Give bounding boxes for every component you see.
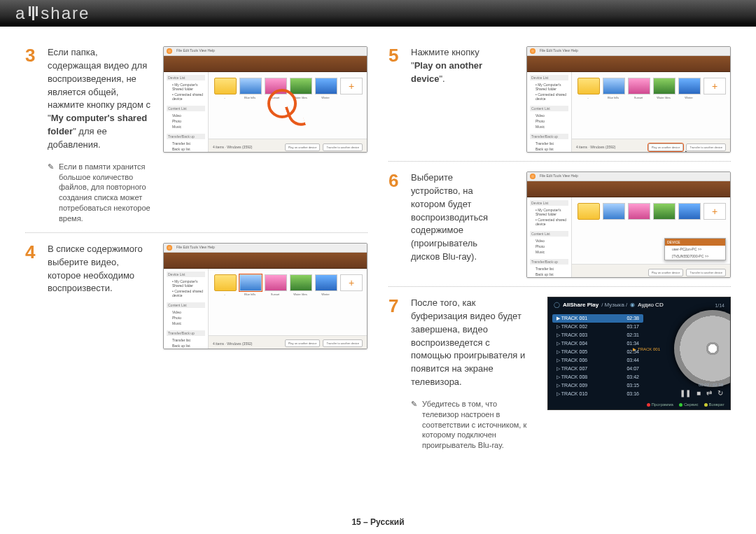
step-number-5: 5 [388, 46, 411, 86]
step-3-text: Если папка, содержащая видео для воспрои… [48, 46, 151, 152]
shuffle-icon[interactable]: ⇄ [706, 389, 712, 397]
app-toolbar [164, 56, 367, 72]
tv-track-row[interactable]: ▷ TRACK 00603:44 [552, 356, 643, 365]
step-number-6: 6 [388, 171, 411, 264]
play-on-another-device-button[interactable]: Play on another device [285, 143, 321, 151]
step-7-text: После того, как буферизация видео будет … [411, 297, 528, 389]
app-sidebar: Device List• My Computer's Shared folder… [164, 72, 209, 153]
logo-bars-icon [28, 6, 38, 20]
step-number-4: 4 [25, 243, 48, 295]
note-icon: ✎ [48, 162, 59, 224]
tv-track-row[interactable]: ▷ TRACK 01003:16 [552, 390, 643, 398]
tv-track-row[interactable]: ▶ TRACK 00102:38 [552, 314, 643, 323]
app-main: .. Blue hills Sunset Water lilies Winter… [209, 72, 367, 153]
content-body: 3 Если папка, содержащая видео для воспр… [0, 27, 756, 463]
screenshot-4: File Edit Tools View Help Device List• M… [163, 243, 368, 349]
tv-track-row[interactable]: ▷ TRACK 00401:34 [552, 339, 643, 348]
step-6: 6 Выберите устройство, на котором будет … [388, 171, 731, 278]
step-6-text: Выберите устройство, на котором будет во… [411, 171, 500, 264]
callout-ring-icon [267, 89, 297, 118]
note-icon: ✎ [411, 399, 422, 451]
tv-track-row[interactable]: ▷ TRACK 00803:42 [552, 373, 643, 381]
right-column: 5 Нажмите кнопку "Play on another device… [388, 46, 731, 456]
logo-text-share: share [41, 3, 90, 23]
step-4: 4 В списке содержимого выберите видео, к… [25, 243, 368, 349]
tv-now-playing: ▶ TRACK 001 [633, 346, 660, 351]
app-menubar: File Edit Tools View Help [164, 47, 367, 56]
step-7: 7 После того, как буферизация видео буде… [388, 297, 731, 451]
tv-track-row[interactable]: ▷ TRACK 00203:17 [552, 323, 643, 331]
screenshot-5: File Edit Tools View Help Device List• M… [526, 46, 731, 153]
tv-track-row[interactable]: ▷ TRACK 00704:07 [552, 365, 643, 373]
screenshot-3: File Edit Tools View Help Device List• M… [163, 46, 368, 153]
device-option-1[interactable]: user-PC2on-PC >> [665, 246, 725, 253]
step-5-text: Нажмите кнопку "Play on another device". [411, 46, 493, 86]
pause-icon[interactable]: ❚❚ [680, 389, 691, 397]
step-4-text: В списке содержимого выберите видео, кот… [48, 243, 151, 295]
play-on-another-device-button-hl[interactable]: Play on another device [648, 143, 684, 151]
transfer-button[interactable]: Transfer to another device [323, 143, 363, 151]
step-3-note: ✎ Если в памяти хранится большое количес… [48, 162, 151, 224]
screenshot-6: File Edit Tools View Help Device List• M… [526, 171, 731, 278]
manual-page: a share 3 Если папка, содержащая видео д… [0, 0, 756, 534]
device-option-2[interactable]: [TV]UN55D7000-PC >> [665, 253, 725, 260]
tv-track-row[interactable]: ▷ TRACK 00502:54 [552, 348, 643, 356]
allshare-logo: a share [15, 3, 90, 23]
tv-track-row[interactable]: ▷ TRACK 00302:31 [552, 331, 643, 339]
divider [25, 232, 368, 233]
cd-disc-icon [674, 310, 731, 387]
step-3: 3 Если папка, содержащая видео для воспр… [25, 46, 368, 224]
logo-text-a: a [15, 3, 26, 23]
page-number: 15 – Русский [0, 517, 756, 527]
tv-track-row[interactable]: ▷ TRACK 00903:15 [552, 381, 643, 390]
stop-icon[interactable]: ■ [696, 389, 701, 397]
repeat-icon[interactable]: ↻ [718, 389, 723, 397]
left-column: 3 Если папка, содержащая видео для воспр… [25, 46, 368, 456]
tv-track-list: ▶ TRACK 00102:38▷ TRACK 00203:17▷ TRACK … [552, 314, 643, 398]
tv-breadcrumb: ◯ AllShare Play / Музыка / ◉ Аудио CD [548, 297, 730, 312]
device-popup: DEVICE user-PC2on-PC >> [TV]UN55D7000-PC… [664, 238, 726, 260]
tv-screenshot: ◯ AllShare Play / Музыка / ◉ Аудио CD 1/… [547, 297, 731, 410]
tv-controls: ❚❚■⇄↻ [680, 389, 723, 397]
tv-count: 1/14 [715, 303, 724, 308]
step-7-note: ✎ Убедитесь в том, что телевизор настрое… [411, 399, 528, 451]
step-number-3: 3 [25, 46, 48, 152]
header-bar: a share [0, 0, 756, 27]
tv-legend: ПрограммаСервисВозврат [647, 402, 724, 407]
tv-time: 00:02 / 02:38 [699, 383, 723, 387]
step-5: 5 Нажмите кнопку "Play on another device… [388, 46, 731, 153]
step-number-7: 7 [388, 297, 411, 389]
